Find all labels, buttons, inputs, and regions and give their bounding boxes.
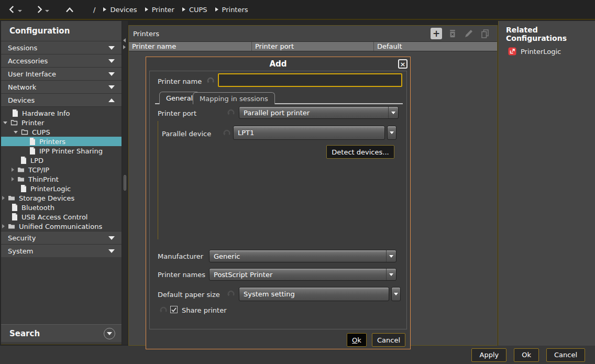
back-history-caret-icon[interactable]	[18, 10, 22, 12]
revert-icon[interactable]	[226, 108, 235, 117]
revert-icon[interactable]	[222, 129, 231, 137]
dialog-cancel-button[interactable]: Cancel	[372, 333, 405, 347]
sidebar-section-devices[interactable]: Devices	[1, 93, 122, 106]
share-printer-checkbox[interactable]	[170, 306, 178, 313]
sidebar-section-network[interactable]: Network	[1, 80, 122, 93]
up-arrow-icon	[65, 6, 74, 13]
close-icon: ×	[400, 61, 406, 68]
printer-names-dropdown[interactable]: PostScript Printer	[209, 268, 396, 281]
chevron-up-icon	[108, 98, 115, 102]
apply-button[interactable]: Apply	[471, 348, 506, 362]
dialog-title: Add	[146, 57, 410, 71]
paper-size-label: Default paper size	[158, 291, 220, 299]
expander-right-icon[interactable]	[2, 224, 5, 228]
up-button[interactable]	[63, 5, 76, 14]
tree-item-printerlogic[interactable]: PrinterLogic	[1, 184, 122, 193]
search-expand-button[interactable]	[104, 328, 115, 339]
breadcrumb-root[interactable]: /	[93, 6, 95, 14]
top-toolbar: / Devices Printer CUPS Printers	[0, 0, 595, 20]
tree-item-printer[interactable]: Printer	[1, 118, 122, 127]
parallel-device-dropdown-button[interactable]	[387, 126, 396, 140]
printer-name-label: Printer name	[158, 78, 202, 85]
folder-icon	[17, 167, 25, 173]
chevron-down-icon	[108, 72, 115, 76]
chevron-down-icon	[391, 112, 395, 114]
table-header: Printer name Printer port Default	[129, 41, 497, 51]
collapse-left-icon[interactable]	[123, 38, 126, 42]
tree-item-lpd[interactable]: LPD	[1, 156, 122, 165]
related-configurations-title: Related Configurations	[499, 21, 595, 42]
expander-down-icon[interactable]	[14, 131, 18, 134]
parallel-device-field[interactable]: LPT1	[233, 126, 385, 140]
tree-item-cups[interactable]: CUPS	[1, 127, 122, 137]
revert-icon[interactable]	[226, 290, 235, 298]
revert-icon[interactable]	[206, 76, 215, 85]
checkmark-icon	[171, 307, 177, 312]
add-printer-button[interactable]: +	[431, 28, 442, 39]
column-default[interactable]: Default	[373, 42, 497, 51]
folder-open-icon	[10, 119, 18, 126]
tree-item-storage-devices[interactable]: Storage Devices	[1, 193, 122, 203]
file-icon	[20, 157, 27, 164]
breadcrumb-cups[interactable]: CUPS	[182, 6, 207, 14]
related-item-printerlogic[interactable]: PrinterLogic	[499, 42, 595, 56]
printer-port-dropdown[interactable]: Parallel port printer	[239, 106, 399, 119]
forward-history-caret-icon[interactable]	[45, 10, 49, 12]
share-printer-label: Share printer	[182, 306, 227, 314]
breadcrumb-printer[interactable]: Printer	[145, 6, 174, 14]
dialog-ok-button[interactable]: Ok	[347, 333, 367, 347]
expander-right-icon[interactable]	[12, 168, 14, 172]
column-printer-name[interactable]: Printer name	[129, 42, 251, 51]
paper-size-field[interactable]: System setting	[239, 287, 389, 301]
add-printer-dialog: Add × Printer name General Mapping in se…	[146, 57, 411, 349]
tree-item-printers[interactable]: Printers	[1, 137, 122, 146]
sidebar-section-system[interactable]: System	[1, 244, 122, 257]
ok-button[interactable]: Ok	[514, 348, 539, 362]
chevron-down-icon	[108, 59, 115, 63]
column-printer-port[interactable]: Printer port	[251, 42, 373, 51]
detect-devices-button[interactable]: Detect devices...	[326, 145, 394, 159]
tree-item-tcpip[interactable]: TCP/IP	[1, 165, 122, 174]
cancel-button[interactable]: Cancel	[546, 348, 585, 362]
manufacturer-dropdown[interactable]: Generic	[209, 250, 396, 262]
chevron-down-icon	[389, 273, 393, 276]
tab-mapping-in-sessions[interactable]: Mapping in sessions	[193, 92, 275, 104]
copy-printer-button[interactable]	[479, 28, 491, 39]
breadcrumb-arrow-icon	[182, 7, 185, 12]
sidebar-section-accessories[interactable]: Accessories	[1, 54, 122, 67]
tree-item-unified-communications[interactable]: Unified Communications	[1, 222, 122, 231]
sidebar-splitter[interactable]	[122, 21, 128, 345]
breadcrumb-printers[interactable]: Printers	[215, 6, 248, 14]
edit-printer-button[interactable]	[463, 28, 475, 39]
collapse-right-icon[interactable]	[123, 45, 126, 49]
sidebar-section-user-interface[interactable]: User Interface	[1, 67, 122, 80]
tree-item-usb-access-control[interactable]: USB Access Control	[1, 212, 122, 222]
tree-item-ipp-printer-sharing[interactable]: IPP Printer Sharing	[1, 146, 122, 156]
panel-title: Printers	[133, 30, 159, 38]
tree-item-bluetooth[interactable]: Bluetooth	[1, 203, 122, 212]
expander-right-icon[interactable]	[2, 196, 5, 200]
sidebar-search-section[interactable]: Search	[1, 324, 122, 342]
chevron-down-icon	[108, 46, 115, 50]
sidebar-section-sessions[interactable]: Sessions	[1, 41, 122, 54]
delete-printer-button[interactable]	[447, 28, 458, 39]
revert-icon[interactable]	[159, 306, 168, 314]
forward-button[interactable]	[32, 4, 51, 15]
expander-down-icon[interactable]	[3, 122, 7, 124]
sidebar-section-security[interactable]: Security	[1, 231, 122, 244]
tree-item-hardware-info[interactable]: Hardware Info	[1, 108, 122, 118]
tree-item-thinprint[interactable]: ThinPrint	[1, 174, 122, 184]
breadcrumb-devices[interactable]: Devices	[103, 6, 137, 14]
paper-size-dropdown-button[interactable]	[391, 287, 401, 301]
scrollbar-thumb[interactable]	[124, 175, 126, 191]
chevron-down-icon	[108, 249, 115, 253]
expander-right-icon[interactable]	[12, 177, 14, 181]
pencil-icon	[464, 28, 474, 39]
devices-tree: Hardware Info Printer CUPS Printers IPP …	[1, 106, 122, 231]
related-configurations-panel: Related Configurations PrinterLogic	[498, 21, 595, 346]
copy-icon	[480, 28, 490, 39]
printer-name-input[interactable]	[218, 73, 402, 87]
chevron-down-icon	[108, 236, 115, 240]
back-button[interactable]	[5, 4, 24, 15]
dialog-close-button[interactable]: ×	[398, 59, 407, 69]
